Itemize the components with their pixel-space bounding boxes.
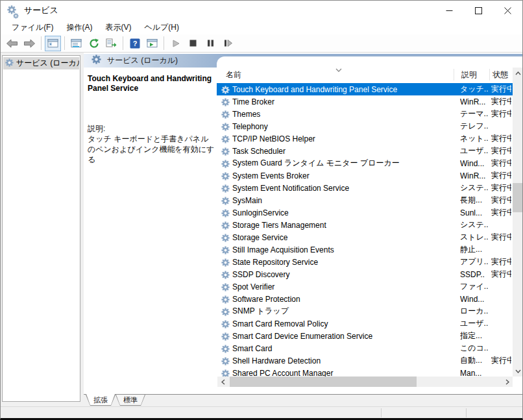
maximize-icon xyxy=(475,7,482,14)
scroll-down-button[interactable] xyxy=(513,365,523,377)
refresh-button[interactable] xyxy=(86,36,102,51)
service-row[interactable]: Smart Cardこのコ... xyxy=(217,342,513,354)
cell-name: Telephony xyxy=(232,122,457,131)
menu-item-view[interactable]: 表示(V) xyxy=(99,20,138,35)
service-row[interactable]: System Event Notification Serviceシステ...実… xyxy=(217,182,513,194)
service-row[interactable]: Storage Serviceストレ...実行中 xyxy=(217,231,513,243)
show-action-pane-button[interactable] xyxy=(144,36,160,51)
gear-icon xyxy=(221,295,230,303)
horizontal-scroll-thumb[interactable] xyxy=(230,377,417,387)
service-row[interactable]: SysMain長期...実行中 xyxy=(217,194,513,206)
forward-button[interactable] xyxy=(21,36,38,51)
arrow-right-icon xyxy=(23,39,36,48)
cell-desc: システ... xyxy=(460,219,488,230)
cell-status: 実行中 xyxy=(491,96,511,107)
cell-name: System Guard ランタイム モニター ブローカー xyxy=(232,158,457,169)
service-row[interactable]: Spot Verifierファイ... xyxy=(217,280,513,293)
service-row[interactable]: State Repository Serviceアプリ...実行中 xyxy=(217,256,513,268)
service-row[interactable]: SSDP DiscoverySSDP..実行中 xyxy=(217,268,513,280)
menu-item-file[interactable]: ファイル(F) xyxy=(5,20,60,35)
statusbar-separator xyxy=(466,408,467,417)
arrow-left-icon xyxy=(6,39,18,48)
gear-icon xyxy=(221,258,230,266)
service-row[interactable]: Telephonyテレフ... xyxy=(217,120,513,132)
service-row[interactable]: Task Schedulerユーザ...実行中 xyxy=(217,145,513,157)
horizontal-scrollbar[interactable] xyxy=(217,377,513,387)
services-window: サービス ファイル(F)操作(A)表示(V)ヘルプ(H) ? サービス (ローカ… xyxy=(0,0,523,420)
back-button[interactable] xyxy=(4,36,20,51)
properties-button[interactable] xyxy=(68,36,84,51)
service-row[interactable]: Shared PC Account ManagerMan... xyxy=(217,367,513,377)
vertical-scrollbar[interactable] xyxy=(513,68,523,377)
cell-name: Shared PC Account Manager xyxy=(232,369,457,377)
column-header-description[interactable]: 説明 xyxy=(461,69,477,80)
maximize-button[interactable] xyxy=(464,1,493,20)
cell-status: 実行中 xyxy=(491,355,511,366)
service-row[interactable]: Smart Card Device Enumeration Service指定.… xyxy=(217,330,513,342)
toolbar-separator xyxy=(64,36,65,50)
column-header-status[interactable]: 状態 xyxy=(493,69,508,80)
stop-service-button[interactable] xyxy=(185,36,201,51)
cell-name: System Events Broker xyxy=(232,171,457,180)
cell-name: Themes xyxy=(232,110,457,119)
scroll-up-button[interactable] xyxy=(513,68,523,79)
window-controls xyxy=(435,1,522,20)
toolbar-separator xyxy=(123,36,123,50)
cell-desc: ローカ... xyxy=(460,306,488,317)
service-row[interactable]: Touch Keyboard and Handwriting Panel Ser… xyxy=(217,83,513,95)
menu-item-help[interactable]: ヘルプ(H) xyxy=(138,20,186,35)
service-row[interactable]: Themesテーマ...実行中 xyxy=(217,108,513,120)
gear-icon xyxy=(221,184,230,192)
service-row[interactable]: SNMP トラップローカ... xyxy=(217,305,513,317)
cell-desc: テレフ... xyxy=(460,121,488,132)
cell-status: 実行中 xyxy=(491,133,511,144)
selected-service-name: Touch Keyboard and Handwriting Panel Ser… xyxy=(88,74,216,93)
tab-standard[interactable]: 標準 xyxy=(116,395,145,406)
export-list-button[interactable] xyxy=(103,36,119,51)
service-row[interactable]: Shell Hardware Detection自動...実行中 xyxy=(217,354,513,367)
service-row[interactable]: TCP/IP NetBIOS Helperネット...実行中 xyxy=(217,132,513,145)
close-button[interactable] xyxy=(493,1,522,20)
description-label: 説明: xyxy=(88,123,216,134)
tree-item-services-local[interactable]: サービス (ローカル) xyxy=(3,57,79,69)
restart-service-button[interactable] xyxy=(220,36,236,51)
column-divider[interactable] xyxy=(489,69,490,80)
service-row[interactable]: Still Image Acquisition Events静止... xyxy=(217,243,513,256)
cell-name: Spot Verifier xyxy=(232,282,457,291)
title-bar[interactable]: サービス xyxy=(1,1,522,20)
minimize-button[interactable] xyxy=(435,1,464,20)
service-row[interactable]: SunloginServiceSunl...実行中 xyxy=(217,206,513,219)
pause-service-button[interactable] xyxy=(202,36,219,51)
toolbar: ? xyxy=(1,34,522,53)
column-header-name[interactable]: 名前 xyxy=(226,69,241,80)
cell-desc: アプリ... xyxy=(460,256,488,267)
gear-icon xyxy=(221,171,230,180)
start-service-button[interactable] xyxy=(167,36,184,51)
cell-desc: 自動... xyxy=(460,355,488,366)
cell-desc: システ... xyxy=(460,182,488,193)
cell-desc: Wind... xyxy=(460,159,488,168)
show-console-tree-button[interactable] xyxy=(45,36,61,51)
service-row[interactable]: System Events BrokerWinR...実行中 xyxy=(217,169,513,182)
cell-name: Still Image Acquisition Events xyxy=(232,245,457,254)
column-divider[interactable] xyxy=(454,69,454,80)
gear-icon xyxy=(221,282,230,291)
vertical-scroll-thumb[interactable] xyxy=(513,183,523,212)
export-list-icon xyxy=(106,38,117,48)
scroll-left-button[interactable] xyxy=(217,377,228,387)
service-row[interactable]: Storage Tiers Managementシステ... xyxy=(217,219,513,231)
help-button[interactable]: ? xyxy=(127,36,143,51)
scroll-right-button[interactable] xyxy=(502,377,513,387)
tab-extended[interactable]: 拡張 xyxy=(86,395,116,406)
gear-icon xyxy=(84,55,101,67)
cell-desc: 指定... xyxy=(460,330,488,341)
services-list: 名前 説明 状態 Touch Keyboard and Handwriting … xyxy=(217,56,523,388)
service-row[interactable]: System Guard ランタイム モニター ブローカーWind...実行中 xyxy=(217,157,513,169)
gear-icon xyxy=(5,58,14,69)
chevron-left-icon xyxy=(221,379,225,385)
service-row[interactable]: Smart Card Removal Policyユーザ... xyxy=(217,317,513,330)
gear-icon xyxy=(221,307,230,315)
menu-item-action[interactable]: 操作(A) xyxy=(60,20,99,35)
service-row[interactable]: Time BrokerWinR...実行中 xyxy=(217,95,513,108)
service-row[interactable]: Software ProtectionWind... xyxy=(217,293,513,305)
